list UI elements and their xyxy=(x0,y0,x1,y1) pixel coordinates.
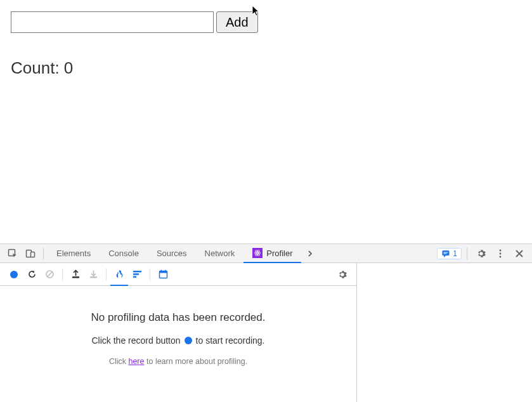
count-display: Count: 0 xyxy=(11,58,521,78)
issues-count: 1 xyxy=(453,249,457,258)
record-dot-icon xyxy=(185,337,192,344)
separator xyxy=(106,268,107,281)
settings-icon[interactable] xyxy=(472,244,490,263)
svg-rect-7 xyxy=(443,250,450,256)
devtools-panel: Elements Console Sources Network Profile… xyxy=(0,243,532,402)
profiler-empty-state: No profiling data has been recorded. Cli… xyxy=(0,286,356,402)
profiler-body: No profiling data has been recorded. Cli… xyxy=(0,263,532,402)
svg-rect-18 xyxy=(133,273,139,275)
tab-label: Console xyxy=(108,249,139,258)
learn-more-line: Click here to learn more about profiling… xyxy=(109,357,247,366)
svg-rect-9 xyxy=(444,253,447,254)
empty-sub-after: to start recording. xyxy=(196,335,265,346)
profiler-main: No profiling data has been recorded. Cli… xyxy=(0,263,357,402)
count-value: 0 xyxy=(64,58,73,77)
devtools-tabbar: Elements Console Sources Network Profile… xyxy=(0,244,532,263)
record-icon xyxy=(10,271,18,278)
svg-point-10 xyxy=(500,249,502,251)
profiler-settings-icon[interactable] xyxy=(334,266,351,283)
close-devtools-icon[interactable] xyxy=(510,244,528,263)
svg-point-11 xyxy=(500,252,502,254)
clear-profile-button[interactable] xyxy=(41,266,58,283)
empty-subtitle: Click the record button to start recordi… xyxy=(91,335,264,346)
tab-label: Network xyxy=(205,249,235,258)
tab-network[interactable]: Network xyxy=(196,244,244,263)
flamegraph-tab[interactable] xyxy=(110,263,128,286)
learn-more-link[interactable]: here xyxy=(128,357,144,366)
tab-label: Sources xyxy=(157,249,187,258)
svg-line-14 xyxy=(47,272,52,277)
separator xyxy=(62,268,63,281)
learn-before: Click xyxy=(109,357,126,366)
learn-after: to learn more about profiling. xyxy=(146,357,247,366)
tab-console[interactable]: Console xyxy=(100,244,148,263)
load-profile-button[interactable] xyxy=(67,266,84,283)
svg-rect-23 xyxy=(165,270,166,272)
input-row: Add xyxy=(11,11,521,33)
separator xyxy=(150,268,150,281)
svg-point-12 xyxy=(500,256,502,257)
inspect-element-icon[interactable] xyxy=(4,244,22,263)
more-tabs-icon[interactable] xyxy=(301,244,319,263)
app-content: Add Count: 0 xyxy=(0,0,532,89)
svg-point-6 xyxy=(257,252,258,254)
tab-label: Elements xyxy=(56,249,91,258)
item-input[interactable] xyxy=(11,11,214,33)
empty-sub-before: Click the record button xyxy=(91,335,180,346)
profiler-toolbar xyxy=(0,263,356,286)
tab-profiler[interactable]: Profiler xyxy=(243,244,301,263)
svg-rect-21 xyxy=(159,271,167,273)
profiler-sidebar xyxy=(357,263,532,402)
save-profile-button[interactable] xyxy=(84,266,102,283)
add-button[interactable]: Add xyxy=(216,11,258,33)
svg-rect-19 xyxy=(133,276,136,278)
separator xyxy=(43,248,44,259)
svg-rect-17 xyxy=(133,271,141,273)
tab-sources[interactable]: Sources xyxy=(148,244,196,263)
reload-profile-button[interactable] xyxy=(23,266,41,283)
svg-rect-2 xyxy=(31,252,35,257)
react-icon xyxy=(252,248,263,258)
svg-rect-22 xyxy=(160,270,162,272)
issues-badge[interactable]: 1 xyxy=(437,248,462,259)
tab-elements[interactable]: Elements xyxy=(48,244,100,263)
device-toolbar-icon[interactable] xyxy=(22,244,39,263)
more-menu-icon[interactable] xyxy=(491,244,509,263)
svg-rect-15 xyxy=(72,276,79,278)
svg-rect-8 xyxy=(444,252,448,252)
svg-rect-16 xyxy=(90,276,97,278)
record-button[interactable] xyxy=(5,266,23,283)
separator xyxy=(467,248,467,259)
ranked-tab[interactable] xyxy=(128,266,146,283)
message-icon xyxy=(441,249,450,258)
tab-label: Profiler xyxy=(266,249,292,258)
timeline-tab[interactable] xyxy=(154,266,172,283)
empty-title: No profiling data has been recorded. xyxy=(91,311,265,324)
count-prefix: Count: xyxy=(11,58,64,77)
